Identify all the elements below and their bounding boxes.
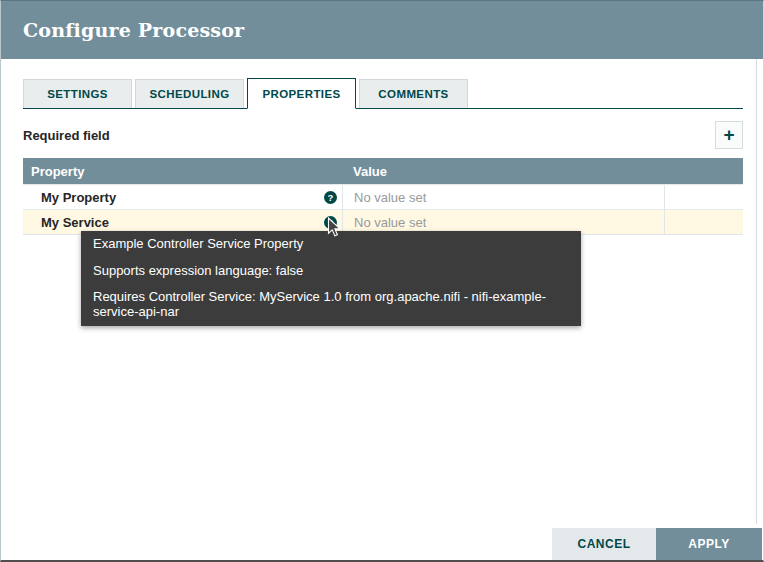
tab-settings[interactable]: SETTINGS [23,79,132,108]
tab-comments[interactable]: COMMENTS [359,79,468,108]
property-value-cell[interactable]: No value set [342,185,664,209]
property-name: My Service [41,215,109,230]
table-header-row: Property Value [23,158,743,184]
help-icon[interactable]: ? [324,191,337,204]
dialog-header: Configure Processor [1,1,763,59]
tooltip-line: Supports expression language: false [93,264,569,279]
no-value-placeholder: No value set [354,190,426,205]
tab-scheduling[interactable]: SCHEDULING [135,79,244,108]
content-edge-divider [756,59,757,524]
add-property-button[interactable]: + [715,121,743,149]
tab-properties[interactable]: PROPERTIES [247,78,356,109]
property-name-cell: My Property ? [23,185,342,209]
property-name: My Property [41,190,116,205]
tooltip-line: Example Controller Service Property [93,237,569,252]
configure-processor-dialog: Configure Processor SETTINGS SCHEDULING … [0,0,764,562]
properties-table: Property Value My Property ? No value se… [23,158,743,235]
table-toolbar: Required field + [23,120,743,150]
property-help-tooltip: Example Controller Service Property Supp… [81,231,581,326]
apply-button[interactable]: APPLY [656,528,762,560]
row-extra-cell [664,185,743,209]
column-header-property: Property [23,164,342,179]
tooltip-line: Requires Controller Service: MyService 1… [93,290,569,319]
no-value-placeholder: No value set [354,215,426,230]
tab-bar: SETTINGS SCHEDULING PROPERTIES COMMENTS [23,78,743,109]
plus-icon: + [723,123,734,147]
required-field-label: Required field [23,128,110,143]
dialog-footer: CANCEL APPLY [552,528,762,560]
cancel-button[interactable]: CANCEL [552,528,656,560]
row-extra-cell [664,210,743,234]
table-row: My Property ? No value set [23,184,743,209]
mouse-cursor-icon [327,217,342,239]
dialog-content: SETTINGS SCHEDULING PROPERTIES COMMENTS … [23,59,743,235]
dialog-title: Configure Processor [23,19,244,41]
column-header-value: Value [342,164,664,179]
